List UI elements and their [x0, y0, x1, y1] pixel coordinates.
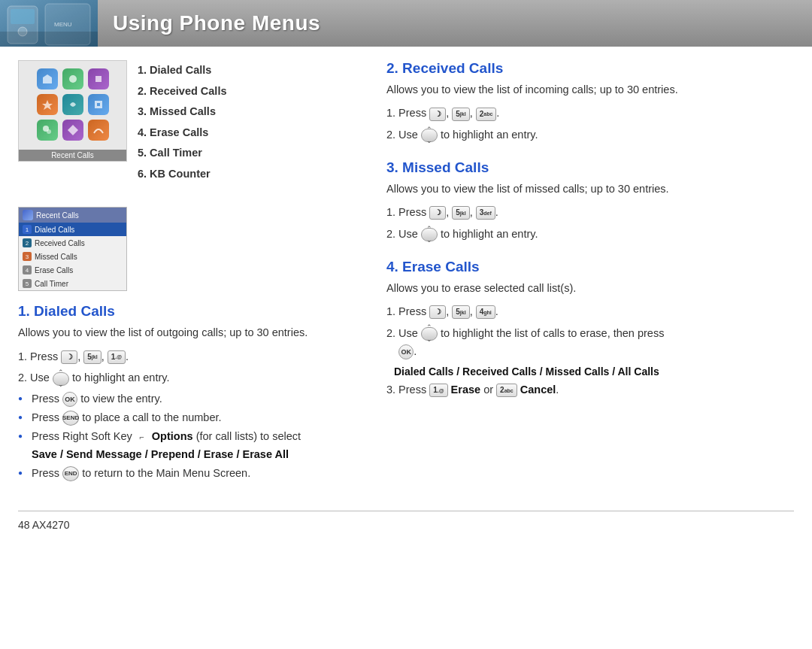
end-badge: END — [62, 466, 79, 481]
menu-num-3: 3 — [23, 252, 32, 261]
key5-m: 5jkl — [452, 206, 469, 220]
section-list-item-4: 4. Erase Calls — [138, 123, 227, 144]
menu-key-badge: ☽ — [61, 350, 77, 364]
menu-num-4: 4 — [23, 265, 32, 274]
received-step2: 2. Use ⌃⌄ to highlight an entry. — [386, 126, 794, 144]
phone-menu-header: Recent Calls — [19, 208, 126, 223]
menu-key-r: ☽ — [429, 108, 446, 121]
erase-text: Allows you to erase selected call list(s… — [386, 280, 794, 296]
icon-6 — [88, 94, 109, 115]
dialed-bullet4: Press END to return to the Main Menu Scr… — [18, 465, 364, 482]
phone-1-label: Recent Calls — [19, 150, 126, 161]
erase-calls-section: 4. Erase Calls Allows you to erase selec… — [386, 259, 794, 399]
missed-heading: 3. Missed Calls — [386, 159, 794, 176]
dialed-bullet3: Press Right Soft Key ⌐ Options (for call… — [18, 428, 364, 462]
send-badge: SEND — [62, 411, 79, 426]
received-calls-section: 2. Received Calls Allows you to view the… — [386, 60, 794, 144]
phone-menu-box: Recent Calls 1 Dialed Calls 2 Received C… — [18, 207, 127, 291]
received-text: Allows you to view the list of incoming … — [386, 81, 794, 98]
section-list-item-2: 2. Received Calls — [138, 81, 227, 102]
icon-7 — [37, 120, 58, 141]
menu-item-label-5: Call Timer — [35, 280, 68, 288]
menu-item-dialed: 1 Dialed Calls — [19, 223, 126, 236]
missed-text: Allows you to view the list of missed ca… — [386, 180, 794, 197]
menu-num-5: 5 — [23, 279, 32, 288]
menu-header-label: Recent Calls — [36, 211, 79, 220]
key4-e: 4ghi — [476, 305, 495, 319]
ok-badge-e: OK — [398, 344, 414, 359]
nav-icon-r: ⌃⌄ — [421, 129, 438, 142]
icon-1 — [37, 68, 58, 89]
icon-8 — [62, 120, 83, 141]
svg-point-3 — [18, 27, 27, 36]
menu-key-m: ☽ — [429, 206, 446, 220]
header-image: MENU — [0, 0, 98, 47]
main-content: Recent Calls 1. Dialed Calls 2. Received… — [0, 47, 812, 503]
menu-num-1: 1 — [23, 225, 32, 234]
menu-item-timer: 5 Call Timer — [19, 277, 126, 290]
erase-step3: 3. Press 1.@ Erase or 2abc Cancel. — [386, 381, 794, 399]
section-list-item-1: 1. Dialed Calls — [138, 60, 227, 81]
menu-item-label-4: Erase Calls — [35, 266, 73, 274]
key3-m: 3def — [476, 206, 495, 220]
footer-divider — [18, 511, 794, 511]
section-list-item-3: 3. Missed Calls — [138, 102, 227, 123]
nav-icon-e: ⌃⌄ — [421, 327, 438, 341]
phone-images-area: Recent Calls 1. Dialed Calls 2. Received… — [18, 60, 364, 196]
icon-3 — [88, 68, 109, 89]
svg-point-8 — [47, 129, 51, 134]
erase-step2: 2. Use ⌃⌄ to highlight the list of calls… — [386, 324, 794, 361]
page-header: MENU Using Phone Menus — [0, 0, 812, 47]
menu-header-icon — [23, 210, 33, 220]
key1-erase: 1.@ — [429, 384, 447, 397]
key5-badge: 5jkl — [83, 350, 101, 364]
dialed-text: Allows you to view the list of outgoing … — [18, 324, 364, 341]
erase-step1: 1. Press ☽, 5jkl, 4ghi. — [386, 302, 794, 321]
menu-item-erase: 4 Erase Calls — [19, 263, 126, 277]
dialed-heading: 1. Dialed Calls — [18, 303, 364, 320]
phone-image-1: Recent Calls — [18, 60, 127, 162]
menu-item-received: 2 Received Calls — [19, 236, 126, 250]
menu-item-label-1: Dialed Calls — [35, 226, 74, 234]
dialed-bullet1: Press OK to view the entry. — [18, 390, 364, 408]
dialed-bullet2: Press SEND to place a call to the number… — [18, 409, 364, 426]
nav-icon-m: ⌃⌄ — [421, 228, 438, 241]
missed-calls-section: 3. Missed Calls Allows you to view the l… — [386, 159, 794, 244]
menu-key-e: ☽ — [429, 305, 446, 319]
icon-5 — [62, 94, 83, 115]
icon-4 — [37, 94, 58, 115]
erase-bold-line: Dialed Calls / Received Calls / Missed C… — [386, 365, 794, 378]
erase-heading: 4. Erase Calls — [386, 259, 794, 275]
phone-menu-area: Recent Calls 1 Dialed Calls 2 Received C… — [18, 207, 364, 291]
dialed-step2: 2. Use ⌃⌄ to highlight an entry. — [18, 368, 364, 387]
svg-rect-2 — [11, 9, 35, 24]
menu-section-list: 1. Dialed Calls 2. Received Calls 3. Mis… — [138, 60, 227, 184]
svg-text:MENU: MENU — [54, 21, 72, 28]
icon-2 — [62, 68, 83, 89]
menu-num-2: 2 — [23, 238, 32, 247]
dialed-step1: 1. Press ☽, 5jkl, 1.@. — [18, 347, 364, 366]
missed-step2: 2. Use ⌃⌄ to highlight an entry. — [386, 225, 794, 244]
key5-e: 5jkl — [452, 305, 469, 319]
received-heading: 2. Received Calls — [386, 60, 794, 77]
section-list-item-5: 5. Call Timer — [138, 143, 227, 164]
menu-item-label-2: Received Calls — [35, 239, 85, 247]
left-column: Recent Calls 1. Dialed Calls 2. Received… — [18, 60, 364, 496]
key1-badge: 1.@ — [108, 350, 126, 364]
key5-r: 5jkl — [452, 108, 469, 121]
footer: 48 AX4270 — [0, 516, 812, 534]
svg-point-6 — [69, 75, 77, 83]
key2-r: 2abc — [476, 108, 497, 121]
phone-screen-icons — [37, 68, 109, 141]
page-title: Using Phone Menus — [98, 11, 320, 35]
section-list-item-6: 6. KB Counter — [138, 164, 227, 185]
icon-9 — [88, 120, 109, 141]
key2-erase: 2abc — [496, 384, 517, 397]
menu-item-missed: 3 Missed Calls — [19, 250, 126, 263]
missed-step1: 1. Press ☽, 5jkl, 3def. — [386, 203, 794, 222]
nav-up-down-icon: ⌃⌄ — [53, 372, 69, 386]
received-step1: 1. Press ☽, 5jkl, 2abc. — [386, 104, 794, 123]
softkey-icon: ⌐ — [135, 431, 149, 444]
menu-item-label-3: Missed Calls — [35, 253, 77, 261]
right-column: 2. Received Calls Allows you to view the… — [386, 60, 794, 496]
